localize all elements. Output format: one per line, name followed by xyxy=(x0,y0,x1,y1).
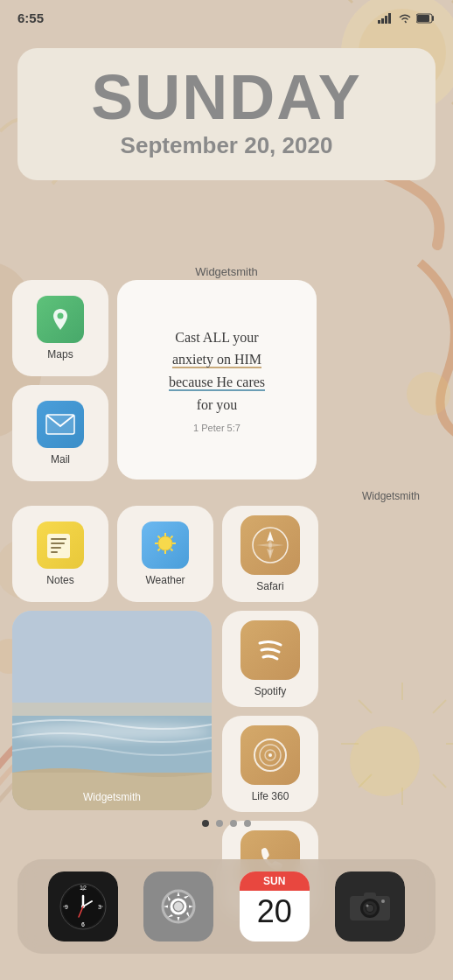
dock-calendar[interactable]: SUN 20 xyxy=(240,872,310,942)
svg-rect-37 xyxy=(51,551,58,553)
date-day: SUNDAY xyxy=(38,66,415,129)
spotify-label: Spotify xyxy=(254,685,287,697)
svg-point-38 xyxy=(158,536,172,550)
safari-icon xyxy=(240,515,300,575)
grid-row-2: Notes xyxy=(12,506,441,917)
small-apps-col: Maps Mail xyxy=(12,280,108,481)
right-apps-col: Safari Spotify xyxy=(222,506,318,917)
maps-label: Maps xyxy=(47,348,73,360)
app-safari[interactable]: Safari xyxy=(222,506,318,602)
safari-label: Safari xyxy=(256,580,283,592)
notes-weather-row: Notes xyxy=(12,506,213,602)
date-widget: SUNDAY September 20, 2020 xyxy=(17,48,436,180)
svg-line-45 xyxy=(171,536,173,539)
status-time: 6:55 xyxy=(17,10,44,25)
svg-rect-34 xyxy=(51,538,66,540)
svg-line-43 xyxy=(158,536,161,539)
battery-icon xyxy=(416,13,436,24)
widgetsmith-label-1: Widgetsmith xyxy=(0,265,453,278)
app-life360[interactable]: Life 360 xyxy=(222,716,318,812)
weather-icon xyxy=(142,522,189,569)
svg-rect-36 xyxy=(51,547,61,549)
clock-icon: 12 3 6 9 xyxy=(48,872,118,942)
page-dots xyxy=(0,820,453,827)
dock-camera[interactable] xyxy=(335,872,405,942)
app-weather[interactable]: Weather xyxy=(117,506,213,602)
wifi-icon xyxy=(398,13,412,24)
date-full: September 20, 2020 xyxy=(38,132,415,159)
life360-icon xyxy=(240,725,300,785)
svg-rect-47 xyxy=(12,611,212,716)
widgetsmith-label-2: Widgetsmith xyxy=(220,490,420,502)
weather-label: Weather xyxy=(145,574,185,586)
svg-rect-25 xyxy=(381,18,384,24)
app-maps[interactable]: Maps xyxy=(12,280,108,376)
status-icons xyxy=(378,13,436,24)
photo-widget: Widgetsmith xyxy=(12,611,212,810)
notes-icon xyxy=(37,522,84,569)
dot-1 xyxy=(202,820,209,827)
bible-underline2: because He cares xyxy=(169,374,265,391)
svg-line-15 xyxy=(340,0,352,3)
bible-reference: 1 Peter 5:7 xyxy=(193,423,240,433)
bible-underline1: anxiety on HIM xyxy=(172,352,261,368)
bible-line4: for you xyxy=(169,394,265,416)
app-notes[interactable]: Notes xyxy=(12,506,108,602)
svg-rect-29 xyxy=(417,15,429,22)
spotify-icon xyxy=(240,620,300,680)
mail-icon xyxy=(37,401,84,448)
dot-4 xyxy=(244,820,251,827)
svg-point-85 xyxy=(381,900,385,903)
svg-point-84 xyxy=(366,905,369,907)
calendar-header: SUN xyxy=(240,872,310,891)
grid-row-1: Maps Mail Cast ALL your anxiety on xyxy=(12,280,441,481)
dock-settings[interactable] xyxy=(143,872,213,942)
svg-line-44 xyxy=(171,549,173,551)
mail-label: Mail xyxy=(51,453,70,466)
life360-label: Life 360 xyxy=(252,790,289,802)
notes-label: Notes xyxy=(46,574,73,586)
dot-3 xyxy=(230,820,237,827)
svg-point-60 xyxy=(268,753,272,757)
beach-photo xyxy=(12,611,212,810)
dot-2 xyxy=(216,820,223,827)
svg-point-30 xyxy=(58,313,64,319)
spacer xyxy=(12,490,212,502)
left-bottom-col: Notes xyxy=(12,506,213,917)
bible-line3: because He cares xyxy=(169,371,265,394)
main-grid: Maps Mail Cast ALL your anxiety on xyxy=(12,280,441,926)
widgetsmith-label-3: Widgetsmith xyxy=(12,791,212,803)
bible-line1: Cast ALL your xyxy=(169,326,265,349)
camera-icon xyxy=(335,872,405,942)
app-mail[interactable]: Mail xyxy=(12,385,108,481)
signal-icon xyxy=(378,13,394,24)
svg-rect-35 xyxy=(51,542,65,544)
svg-line-46 xyxy=(158,549,161,551)
app-spotify[interactable]: Spotify xyxy=(222,611,318,707)
status-bar: 6:55 xyxy=(0,10,453,25)
svg-rect-26 xyxy=(385,16,387,24)
svg-marker-54 xyxy=(256,543,284,547)
maps-icon xyxy=(37,296,84,343)
svg-rect-27 xyxy=(388,13,391,24)
bible-line2: anxiety on HIM xyxy=(169,348,265,371)
svg-point-77 xyxy=(174,902,183,911)
label-row: Widgetsmith xyxy=(12,490,441,502)
bible-widget: Cast ALL your anxiety on HIM because He … xyxy=(117,280,317,480)
settings-icon xyxy=(143,872,213,942)
svg-rect-33 xyxy=(47,534,70,558)
dock: 12 3 6 9 xyxy=(17,859,436,954)
svg-rect-79 xyxy=(364,892,376,900)
svg-rect-24 xyxy=(378,20,380,24)
calendar-date: 20 xyxy=(257,894,292,929)
dock-clock[interactable]: 12 3 6 9 xyxy=(48,872,118,942)
